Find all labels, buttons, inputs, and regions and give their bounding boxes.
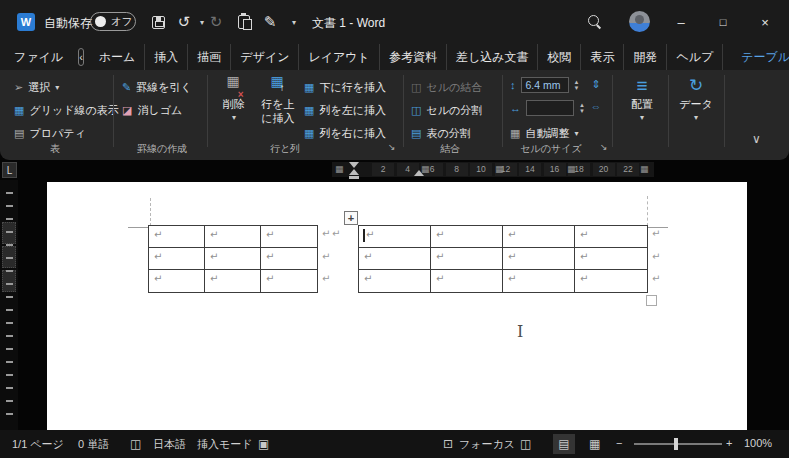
word-count[interactable]: 0 単語 xyxy=(78,437,109,452)
print-layout-icon[interactable]: ▤ xyxy=(553,434,575,454)
draw-button[interactable]: ✎ xyxy=(260,12,280,32)
distribute-columns-button[interactable]: ⇔ xyxy=(588,98,604,114)
alignment-button[interactable]: ≡ 配置 ▾ xyxy=(620,74,664,123)
table-cell[interactable]: ↵ xyxy=(205,248,261,270)
table-cell[interactable]: ↵ xyxy=(503,270,575,292)
table-cell[interactable]: ↵ xyxy=(149,270,205,292)
insert-below-button[interactable]: ▦ 下に行を挿入 xyxy=(304,78,386,96)
row-height-field[interactable]: 6.4 mm xyxy=(521,77,569,93)
dialog-launcher-icon[interactable]: ↘ xyxy=(388,142,396,152)
web-layout-icon[interactable]: ▦ xyxy=(589,437,600,451)
table-cell[interactable]: ↵ xyxy=(575,226,647,248)
ribbon-tab-8[interactable]: 表示 xyxy=(581,44,624,70)
zoom-in-button[interactable]: + xyxy=(726,437,732,449)
table-row-marker[interactable] xyxy=(2,222,16,244)
tab-table-design[interactable]: テーブル デザイン xyxy=(729,44,789,70)
table-row-marker[interactable] xyxy=(2,270,16,292)
save-button[interactable] xyxy=(148,12,168,32)
first-line-indent-marker[interactable] xyxy=(349,162,359,168)
table-cell[interactable]: ↵ xyxy=(575,248,647,270)
zoom-slider-handle[interactable] xyxy=(674,438,678,450)
maximize-button[interactable]: □ xyxy=(713,12,733,32)
autofit-button[interactable]: ▦ 自動調整 ▾ xyxy=(510,124,578,142)
ribbon-tab-2[interactable]: 描画 xyxy=(188,44,231,70)
table-cell[interactable]: ↵ xyxy=(503,226,575,248)
draw-table-button[interactable]: ✎ 罫線を引く xyxy=(122,78,192,96)
table-cell[interactable]: ↵ xyxy=(205,226,261,248)
column-width-control[interactable]: ↔ ▲▼ xyxy=(510,99,585,117)
table-cell[interactable]: ↵ xyxy=(261,226,317,248)
ribbon-tab-5[interactable]: 参考資料 xyxy=(380,44,447,70)
tab-stop-selector[interactable]: L xyxy=(2,162,17,178)
focus-mode-button[interactable]: フォーカス xyxy=(459,437,515,452)
table-cell[interactable]: ↵ xyxy=(359,226,431,248)
table-cell[interactable]: ↵ xyxy=(503,248,575,270)
spin-up-icon[interactable]: ▲ xyxy=(579,103,585,108)
macro-record-icon[interactable]: ▣ xyxy=(258,437,269,451)
focus-icon[interactable]: ⊡ xyxy=(443,437,453,451)
row-height-control[interactable]: ↕ 6.4 mm ▲▼ xyxy=(510,76,579,94)
spin-down-icon[interactable]: ▼ xyxy=(579,109,585,114)
document-area[interactable]: + I ↵↵↵↵↵↵↵↵↵↵↵↵↵↵↵↵↵↵↵↵↵↵↵↵↵↵↵↵ xyxy=(0,180,789,430)
column-width-spinner[interactable]: ▲▼ xyxy=(579,103,585,114)
ribbon-tab-1[interactable]: 挿入 xyxy=(145,44,188,70)
column-width-field[interactable] xyxy=(526,100,574,116)
eraser-button[interactable]: ◪ 消しゴム xyxy=(122,101,182,119)
table-resize-handle[interactable] xyxy=(646,295,657,306)
read-mode-icon[interactable]: ◫ xyxy=(520,437,531,451)
ribbon-tab-4[interactable]: レイアウト xyxy=(299,44,379,70)
autosave-toggle[interactable]: オフ xyxy=(90,12,136,31)
minimize-button[interactable]: – xyxy=(671,12,691,32)
search-button[interactable] xyxy=(585,12,605,32)
zoom-out-button[interactable]: − xyxy=(616,437,622,449)
split-cells-button[interactable]: ◫ セルの分割 xyxy=(411,101,482,119)
page[interactable]: + I ↵↵↵↵↵↵↵↵↵↵↵↵↵↵↵↵↵↵↵↵↵↵↵↵↵↵↵↵ xyxy=(47,182,747,430)
table-column-marker-icon[interactable]: ▦ xyxy=(495,164,504,175)
zoom-level[interactable]: 100% xyxy=(744,437,772,449)
spin-up-icon[interactable]: ▲ xyxy=(574,80,580,85)
split-table-button[interactable]: ▤ 表の分割 xyxy=(411,124,471,142)
table-cell[interactable]: ↵ xyxy=(205,270,261,292)
insert-above-button[interactable]: ▦ ↑ 行を上に挿入 xyxy=(256,74,300,126)
table-cell[interactable]: ↵ xyxy=(359,270,431,292)
table-cell[interactable]: ↵ xyxy=(431,248,503,270)
zoom-slider-track[interactable] xyxy=(634,443,722,445)
proofing-icon[interactable]: ◫ xyxy=(130,437,141,451)
ribbon-tab-10[interactable]: ヘルプ xyxy=(667,44,723,70)
table-cell[interactable]: ↵ xyxy=(149,226,205,248)
spin-down-icon[interactable]: ▼ xyxy=(574,86,580,91)
user-avatar[interactable] xyxy=(629,11,650,32)
right-indent-marker[interactable] xyxy=(414,170,424,176)
table-cell[interactable]: ↵ xyxy=(261,248,317,270)
tab-scroll-left-button[interactable]: ‹ xyxy=(78,48,84,66)
select-button[interactable]: ➢ 選択 ▾ xyxy=(14,78,59,96)
horizontal-ruler[interactable]: L 246810121416182022 ▦▦▦▦▦ xyxy=(0,160,789,180)
table-move-handle[interactable]: + xyxy=(344,211,358,225)
language-indicator[interactable]: 日本語 xyxy=(153,437,186,452)
ribbon-tab-3[interactable]: デザイン xyxy=(231,44,299,70)
view-gridlines-button[interactable]: ▦ グリッド線の表示 xyxy=(14,101,119,119)
distribute-rows-button[interactable]: ⇕ xyxy=(588,76,604,92)
document-table-2[interactable]: ↵↵↵↵↵↵↵↵↵↵↵↵ xyxy=(358,225,648,293)
close-button[interactable]: × xyxy=(755,12,775,32)
dialog-launcher-icon[interactable]: ↘ xyxy=(600,142,608,152)
ribbon-tab-0[interactable]: ホーム xyxy=(90,44,146,70)
hanging-indent-marker[interactable] xyxy=(349,169,359,175)
qat-customize-button[interactable]: ▾ xyxy=(284,12,304,32)
document-table-1[interactable]: ↵↵↵↵↵↵↵↵↵ xyxy=(148,225,318,293)
left-indent-marker[interactable] xyxy=(349,176,359,179)
table-cell[interactable]: ↵ xyxy=(149,248,205,270)
tab-file[interactable]: ファイル xyxy=(0,44,72,70)
table-cell[interactable]: ↵ xyxy=(261,270,317,292)
redo-button[interactable]: ↻ xyxy=(206,12,226,32)
table-cell[interactable]: ↵ xyxy=(359,248,431,270)
table-cell[interactable]: ↵ xyxy=(431,270,503,292)
delete-button[interactable]: ▦ × 削除 ▾ xyxy=(214,74,254,123)
ribbon-tab-7[interactable]: 校閲 xyxy=(538,44,581,70)
data-button[interactable]: ↻ データ ▾ xyxy=(674,74,718,123)
insert-mode-indicator[interactable]: 挿入モード xyxy=(197,437,253,452)
table-column-marker-icon[interactable]: ▦ xyxy=(567,164,576,175)
page-indicator[interactable]: 1/1 ページ xyxy=(12,437,64,452)
table-column-marker-icon[interactable]: ▦ xyxy=(640,164,649,175)
insert-right-button[interactable]: ▦ 列を右に挿入 xyxy=(304,124,386,142)
